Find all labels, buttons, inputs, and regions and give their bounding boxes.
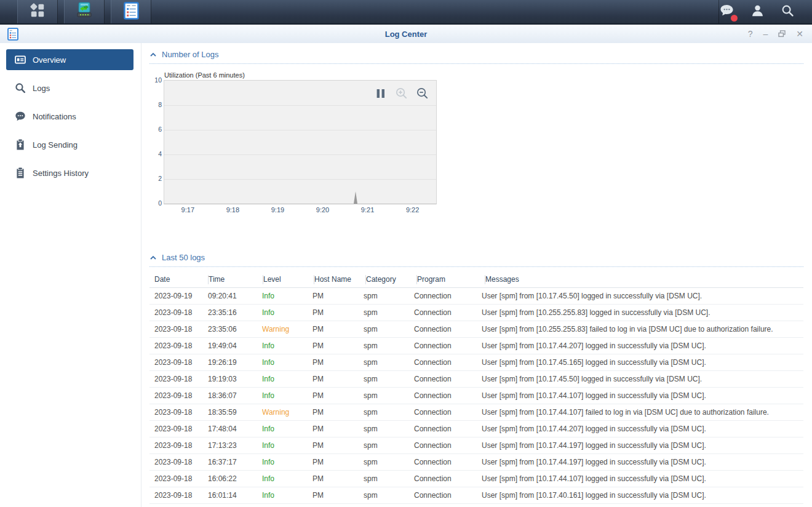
help-button[interactable]: ? bbox=[748, 30, 753, 38]
x-tick-label: 9:20 bbox=[316, 206, 329, 214]
log-host: PM bbox=[312, 408, 364, 417]
column-header-messages[interactable]: Messages bbox=[485, 275, 803, 284]
log-program: Connection bbox=[414, 441, 482, 450]
gridline bbox=[164, 130, 436, 130]
window-titlebar[interactable]: Log Center ? – ✕ bbox=[0, 25, 812, 43]
log-category: spm bbox=[364, 391, 414, 400]
search-tray-button[interactable] bbox=[781, 4, 795, 20]
log-host: PM bbox=[312, 358, 364, 367]
log-level: Info bbox=[262, 458, 312, 466]
log-program: Connection bbox=[414, 325, 482, 333]
log-center-taskbar-button[interactable] bbox=[111, 0, 151, 23]
log-level: Info bbox=[262, 292, 312, 300]
sidebar-item-label: Overview bbox=[33, 55, 66, 65]
section-number-of-logs: Number of Logs bbox=[149, 47, 803, 64]
overview-icon bbox=[15, 54, 26, 65]
y-tick-label: 8 bbox=[158, 101, 162, 108]
utilization-chart: Utilization (Past 6 minutes) 0246810 bbox=[149, 71, 803, 215]
zoom-out-button[interactable] bbox=[416, 87, 429, 100]
log-program: Connection bbox=[414, 391, 482, 400]
log-date: 2023-09-18 bbox=[154, 441, 208, 450]
log-date: 2023-09-18 bbox=[154, 391, 208, 400]
log-time: 16:06:22 bbox=[208, 474, 262, 483]
pause-button[interactable] bbox=[375, 87, 387, 100]
column-header-program[interactable]: Program bbox=[417, 275, 485, 284]
log-center-window: Log Center ? – ✕ OverviewLogsNotificatio… bbox=[0, 25, 812, 507]
sidebar-item-overview[interactable]: Overview bbox=[6, 49, 133, 70]
log-time: 19:49:04 bbox=[208, 341, 262, 350]
table-row[interactable]: 2023-09-1819:19:03InfoPMspmConnectionUse… bbox=[149, 371, 803, 388]
x-tick-label: 9:19 bbox=[271, 206, 284, 214]
log-program: Connection bbox=[414, 358, 482, 367]
column-header-time[interactable]: Time bbox=[209, 275, 263, 284]
log-category: spm bbox=[364, 491, 414, 500]
main-menu-button[interactable] bbox=[17, 0, 58, 23]
log-time: 17:48:04 bbox=[208, 425, 262, 433]
log-time: 19:26:19 bbox=[208, 358, 262, 367]
log-message: User [spm] from [10.17.45.165] logged in… bbox=[482, 358, 803, 367]
sidebar-item-notifications[interactable]: Notifications bbox=[6, 106, 133, 127]
log-message: User [spm] from [10.17.45.50] logged in … bbox=[482, 292, 803, 300]
log-message: User [spm] from [10.17.44.207] logged in… bbox=[482, 341, 803, 350]
log-category: spm bbox=[364, 292, 414, 300]
table-row[interactable]: 2023-09-1823:35:16InfoPMspmConnectionUse… bbox=[149, 305, 803, 321]
notifications-tray-button[interactable] bbox=[719, 4, 734, 20]
log-time: 19:19:03 bbox=[208, 375, 262, 383]
log-host: PM bbox=[312, 325, 364, 333]
sidebar-item-log-sending[interactable]: Log Sending bbox=[6, 134, 133, 155]
main-menu-icon bbox=[30, 2, 46, 21]
log-host: PM bbox=[312, 474, 364, 483]
log-level: Warning bbox=[262, 408, 312, 417]
collapse-chevron-icon[interactable] bbox=[150, 255, 156, 260]
sidebar-item-settings-history[interactable]: Settings History bbox=[6, 162, 133, 183]
log-time: 23:35:06 bbox=[208, 325, 262, 333]
table-row[interactable]: 2023-09-1817:48:04InfoPMspmConnectionUse… bbox=[149, 421, 803, 437]
server-manager-button[interactable] bbox=[64, 0, 105, 23]
log-message: User [spm] from [10.17.44.197] logged in… bbox=[482, 458, 803, 466]
log-date: 2023-09-18 bbox=[154, 408, 208, 417]
chart-title: Utilization (Past 6 minutes) bbox=[164, 71, 803, 79]
sidebar-item-logs[interactable]: Logs bbox=[6, 78, 133, 98]
log-host: PM bbox=[312, 341, 364, 350]
sidebar: OverviewLogsNotificationsLog SendingSett… bbox=[0, 43, 141, 507]
log-date: 2023-09-18 bbox=[154, 341, 208, 350]
restore-button[interactable] bbox=[778, 30, 786, 38]
log-host: PM bbox=[312, 308, 364, 317]
column-header-level[interactable]: Level bbox=[263, 275, 314, 284]
log-message: User [spm] from [10.255.255.83] failed t… bbox=[482, 325, 803, 333]
taskbar bbox=[0, 0, 812, 25]
log-host: PM bbox=[312, 458, 364, 466]
log-category: spm bbox=[364, 474, 414, 483]
log-message: User [spm] from [10.255.255.83] logged i… bbox=[482, 308, 803, 317]
chart-plot-area[interactable] bbox=[164, 80, 437, 204]
notification-badge bbox=[731, 15, 738, 22]
gridline bbox=[164, 154, 436, 155]
log-message: User [spm] from [10.17.44.107] failed to… bbox=[482, 408, 803, 417]
log-category: spm bbox=[364, 408, 414, 417]
settings-history-icon bbox=[15, 167, 26, 178]
column-header-date[interactable]: Date bbox=[154, 275, 209, 284]
table-row[interactable]: 2023-09-1817:13:23InfoPMspmConnectionUse… bbox=[149, 437, 803, 454]
table-row[interactable]: 2023-09-1819:49:04InfoPMspmConnectionUse… bbox=[149, 338, 803, 354]
log-time: 18:36:07 bbox=[208, 391, 262, 400]
log-level: Info bbox=[262, 474, 312, 483]
table-row[interactable]: 2023-09-1816:37:17InfoPMspmConnectionUse… bbox=[149, 454, 803, 471]
table-row[interactable]: 2023-09-1816:01:14InfoPMspmConnectionUse… bbox=[149, 487, 803, 504]
table-row[interactable]: 2023-09-1818:35:59WarningPMspmConnection… bbox=[149, 404, 803, 421]
zoom-in-button bbox=[395, 87, 408, 100]
close-button[interactable]: ✕ bbox=[796, 30, 803, 38]
user-tray-button[interactable] bbox=[750, 4, 765, 20]
table-row[interactable]: 2023-09-1909:20:41InfoPMspmConnectionUse… bbox=[149, 288, 803, 305]
minimize-button[interactable]: – bbox=[763, 30, 768, 38]
table-row[interactable]: 2023-09-1816:06:22InfoPMspmConnectionUse… bbox=[149, 471, 803, 487]
sidebar-item-label: Logs bbox=[33, 84, 50, 93]
column-header-category[interactable]: Category bbox=[366, 275, 417, 284]
log-program: Connection bbox=[414, 458, 482, 466]
log-message: User [spm] from [10.17.44.207] logged in… bbox=[482, 425, 803, 433]
collapse-chevron-icon[interactable] bbox=[150, 52, 156, 57]
table-row[interactable]: 2023-09-1823:35:06WarningPMspmConnection… bbox=[149, 321, 803, 338]
table-row[interactable]: 2023-09-1818:36:07InfoPMspmConnectionUse… bbox=[149, 388, 803, 404]
column-header-host-name[interactable]: Host Name bbox=[314, 275, 366, 284]
log-level: Info bbox=[262, 308, 312, 317]
table-row[interactable]: 2023-09-1819:26:19InfoPMspmConnectionUse… bbox=[149, 354, 803, 371]
